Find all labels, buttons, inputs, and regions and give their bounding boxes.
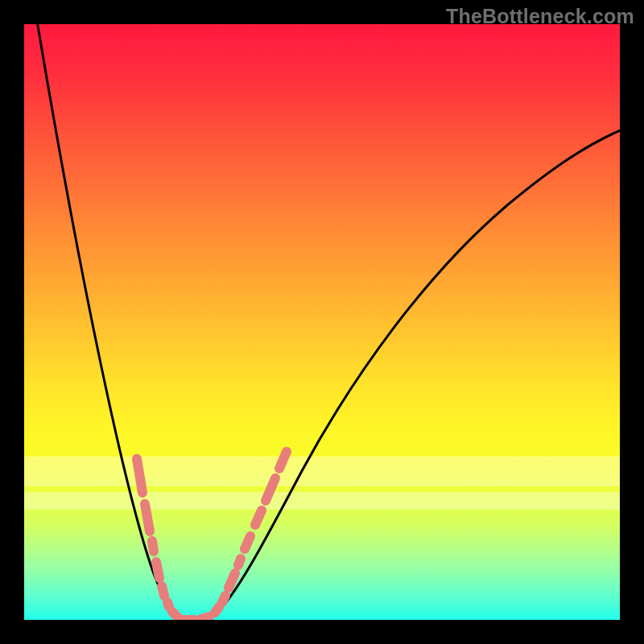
marker-group [137, 452, 287, 620]
marker-capsule [279, 452, 287, 469]
marker-capsule [266, 478, 275, 501]
marker-capsule [156, 562, 159, 578]
marker-capsule [229, 573, 235, 588]
marker-capsule [172, 612, 179, 618]
chart-frame: TheBottleneck.com [0, 0, 644, 644]
series-right-curve [193, 130, 620, 620]
series-group [36, 24, 620, 620]
marker-capsule [145, 504, 150, 531]
plot-area [24, 24, 620, 620]
marker-capsule [201, 617, 209, 619]
marker-capsule [137, 459, 142, 493]
curve-layer [24, 24, 620, 620]
marker-capsule [238, 559, 241, 565]
marker-capsule [152, 541, 154, 551]
marker-capsule [222, 596, 225, 602]
series-left-curve [36, 24, 193, 620]
marker-capsule [255, 510, 262, 525]
marker-capsule [162, 586, 164, 596]
marker-capsule [167, 602, 169, 607]
marker-capsule [245, 536, 250, 549]
marker-capsule [215, 607, 219, 613]
